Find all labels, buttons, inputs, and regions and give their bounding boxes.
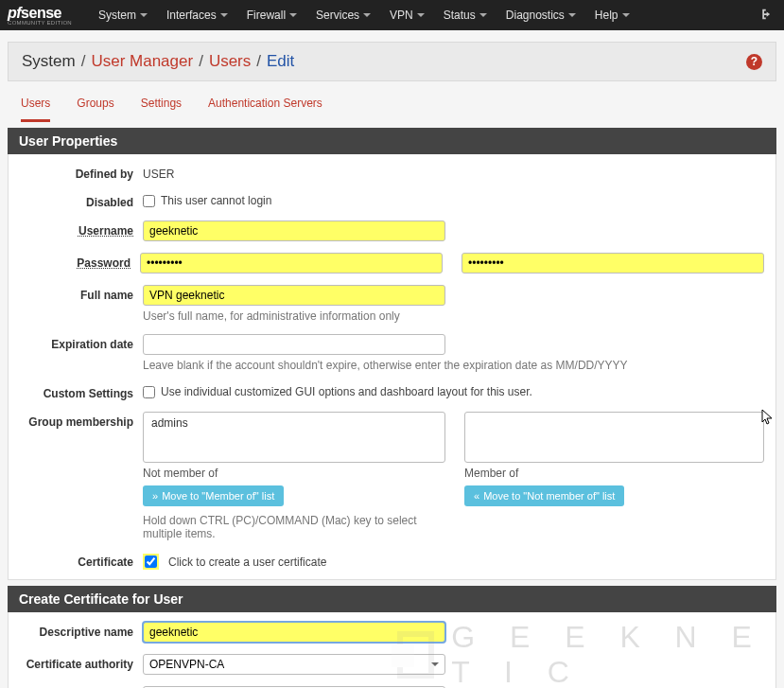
chevron-right-icon: » [152,490,158,502]
label-password: Password [20,253,140,270]
logo: pfsense COMMUNITY EDITION [8,5,72,26]
crumb-usermanager[interactable]: User Manager [91,52,193,71]
crumb-edit: Edit [267,52,294,71]
checkbox-custom[interactable] [143,386,155,398]
top-navbar: pfsense COMMUNITY EDITION System Interfa… [0,0,784,30]
tabs: Users Groups Settings Authentication Ser… [21,97,763,122]
checkbox-certificate-label: Click to create a user certificate [168,556,326,569]
label-certificate: Certificate [20,552,143,569]
crumb-users[interactable]: Users [209,52,251,71]
nav-vpn[interactable]: VPN [380,9,434,22]
breadcrumb: System / User Manager / Users / Edit ? [8,42,776,81]
checkbox-custom-label: Use individual customized GUI options an… [161,385,532,398]
nav-system[interactable]: System [89,9,157,22]
checkbox-disabled[interactable] [143,195,155,207]
input-password-confirm[interactable] [462,253,764,273]
label-descname: Descriptive name [20,622,143,639]
listbox-notmember[interactable]: admins [143,412,445,463]
input-expiration[interactable] [143,334,445,355]
panel-create-cert-header: Create Certificate for User [8,586,776,612]
tab-users[interactable]: Users [21,97,50,122]
label-disabled: Disabled [20,192,143,209]
label-expiration: Expiration date [20,334,143,351]
nav-interfaces[interactable]: Interfaces [157,9,237,22]
chevron-left-icon: « [474,490,479,502]
checkbox-certificate[interactable] [145,556,157,568]
input-password[interactable] [140,253,443,273]
nav-diagnostics[interactable]: Diagnostics [497,9,585,22]
crumb-system: System [22,52,76,71]
label-custom: Custom Settings [20,383,143,400]
input-username[interactable] [143,221,445,241]
label-username: Username [20,221,143,238]
label-group: Group membership [20,412,143,429]
watermark: G E E K N E T I C [397,620,784,688]
input-fullname[interactable] [143,285,445,306]
hint-fullname: User's full name, for administrative inf… [143,309,764,323]
btn-move-right[interactable]: » Move to "Member of" list [143,485,284,506]
tab-settings[interactable]: Settings [141,97,182,122]
label-ca: Certificate authority [20,654,143,671]
label-definedby: Defined by [20,164,143,181]
tab-groups[interactable]: Groups [77,97,113,122]
label-notmember: Not member of [143,467,445,480]
btn-move-left[interactable]: « Move to "Not member of" list [464,485,624,506]
nav-help[interactable]: Help [585,9,639,22]
label-member: Member of [464,467,764,480]
label-fullname: Full name [20,285,143,302]
logout-icon[interactable] [752,8,776,24]
value-definedby: USER [143,164,764,181]
panel-user-properties-header: User Properties [8,128,776,154]
nav-firewall[interactable]: Firewall [237,9,306,22]
nav-status[interactable]: Status [434,9,497,22]
checkbox-disabled-label: This user cannot login [161,194,271,207]
help-icon[interactable]: ? [746,54,762,70]
tab-authservers[interactable]: Authentication Servers [208,97,322,122]
nav-services[interactable]: Services [306,9,380,22]
listbox-member[interactable] [464,412,764,463]
hint-expiration: Leave blank if the account shouldn't exp… [143,359,764,372]
hint-group: Hold down CTRL (PC)/COMMAND (Mac) key to… [143,514,445,540]
